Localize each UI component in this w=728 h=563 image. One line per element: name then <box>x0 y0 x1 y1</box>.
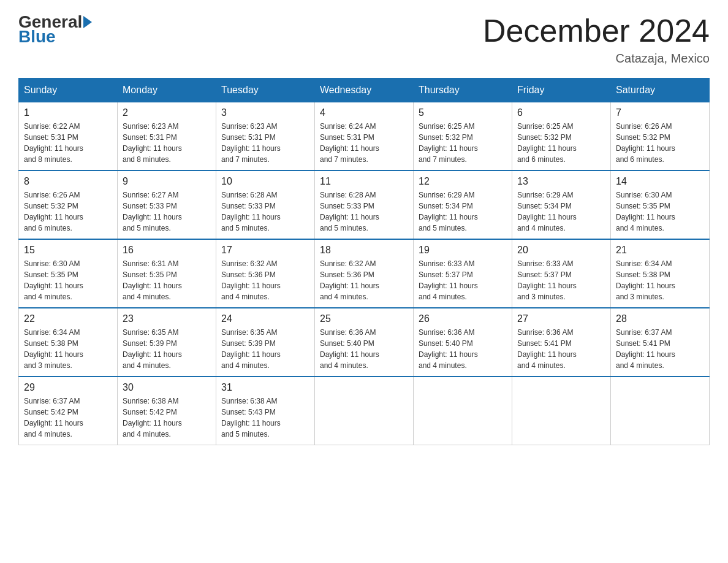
title-section: December 2024 Catazaja, Mexico <box>483 12 710 66</box>
day-info: Sunrise: 6:30 AMSunset: 5:35 PMDaylight:… <box>616 190 704 234</box>
day-info: Sunrise: 6:35 AMSunset: 5:39 PMDaylight:… <box>221 327 309 371</box>
day-info: Sunrise: 6:30 AMSunset: 5:35 PMDaylight:… <box>24 258 112 302</box>
day-number: 15 <box>24 245 112 256</box>
table-row: 22Sunrise: 6:34 AMSunset: 5:38 PMDayligh… <box>19 308 118 377</box>
day-info: Sunrise: 6:23 AMSunset: 5:31 PMDaylight:… <box>123 121 211 165</box>
day-number: 10 <box>221 176 309 187</box>
calendar-table: Sunday Monday Tuesday Wednesday Thursday… <box>18 78 710 445</box>
header-sunday: Sunday <box>19 79 118 102</box>
day-info: Sunrise: 6:32 AMSunset: 5:36 PMDaylight:… <box>221 258 309 302</box>
day-number: 27 <box>517 313 605 324</box>
table-row: 23Sunrise: 6:35 AMSunset: 5:39 PMDayligh… <box>118 308 216 377</box>
day-info: Sunrise: 6:34 AMSunset: 5:38 PMDaylight:… <box>24 327 112 371</box>
day-info: Sunrise: 6:32 AMSunset: 5:36 PMDaylight:… <box>320 258 408 302</box>
table-row: 13Sunrise: 6:29 AMSunset: 5:34 PMDayligh… <box>512 170 611 239</box>
logo-blue-text: Blue <box>18 27 56 47</box>
day-info: Sunrise: 6:35 AMSunset: 5:39 PMDaylight:… <box>123 327 211 371</box>
table-row: 21Sunrise: 6:34 AMSunset: 5:38 PMDayligh… <box>611 239 710 308</box>
day-info: Sunrise: 6:37 AMSunset: 5:41 PMDaylight:… <box>616 327 704 371</box>
day-info: Sunrise: 6:26 AMSunset: 5:32 PMDaylight:… <box>24 190 112 234</box>
day-info: Sunrise: 6:31 AMSunset: 5:35 PMDaylight:… <box>123 258 211 302</box>
day-info: Sunrise: 6:38 AMSunset: 5:43 PMDaylight:… <box>221 396 309 440</box>
table-row: 8Sunrise: 6:26 AMSunset: 5:32 PMDaylight… <box>19 170 118 239</box>
day-info: Sunrise: 6:34 AMSunset: 5:38 PMDaylight:… <box>616 258 704 302</box>
table-row: 10Sunrise: 6:28 AMSunset: 5:33 PMDayligh… <box>216 170 315 239</box>
day-number: 26 <box>419 313 507 324</box>
day-info: Sunrise: 6:37 AMSunset: 5:42 PMDaylight:… <box>24 396 112 440</box>
table-row <box>611 377 710 445</box>
logo-arrow-icon <box>83 16 92 28</box>
day-number: 2 <box>123 107 211 118</box>
day-number: 7 <box>616 107 704 118</box>
calendar-week-row: 22Sunrise: 6:34 AMSunset: 5:38 PMDayligh… <box>19 308 710 377</box>
day-info: Sunrise: 6:24 AMSunset: 5:31 PMDaylight:… <box>320 121 408 165</box>
day-number: 29 <box>24 382 112 393</box>
table-row: 2Sunrise: 6:23 AMSunset: 5:31 PMDaylight… <box>118 102 216 171</box>
day-number: 1 <box>24 107 112 118</box>
day-number: 21 <box>616 245 704 256</box>
table-row: 29Sunrise: 6:37 AMSunset: 5:42 PMDayligh… <box>19 377 118 445</box>
day-info: Sunrise: 6:29 AMSunset: 5:34 PMDaylight:… <box>419 190 507 234</box>
table-row: 16Sunrise: 6:31 AMSunset: 5:35 PMDayligh… <box>118 239 216 308</box>
calendar-week-row: 8Sunrise: 6:26 AMSunset: 5:32 PMDaylight… <box>19 170 710 239</box>
table-row <box>414 377 512 445</box>
table-row: 26Sunrise: 6:36 AMSunset: 5:40 PMDayligh… <box>414 308 512 377</box>
day-info: Sunrise: 6:22 AMSunset: 5:31 PMDaylight:… <box>24 121 112 165</box>
day-info: Sunrise: 6:36 AMSunset: 5:41 PMDaylight:… <box>517 327 605 371</box>
day-info: Sunrise: 6:36 AMSunset: 5:40 PMDaylight:… <box>320 327 408 371</box>
calendar-header-row: Sunday Monday Tuesday Wednesday Thursday… <box>19 79 710 102</box>
header-saturday: Saturday <box>611 79 710 102</box>
day-number: 9 <box>123 176 211 187</box>
day-number: 13 <box>517 176 605 187</box>
table-row <box>315 377 414 445</box>
day-number: 17 <box>221 245 309 256</box>
table-row: 11Sunrise: 6:28 AMSunset: 5:33 PMDayligh… <box>315 170 414 239</box>
table-row: 5Sunrise: 6:25 AMSunset: 5:32 PMDaylight… <box>414 102 512 171</box>
day-number: 31 <box>221 382 309 393</box>
day-info: Sunrise: 6:26 AMSunset: 5:32 PMDaylight:… <box>616 121 704 165</box>
day-info: Sunrise: 6:29 AMSunset: 5:34 PMDaylight:… <box>517 190 605 234</box>
day-number: 23 <box>123 313 211 324</box>
table-row <box>512 377 611 445</box>
table-row: 20Sunrise: 6:33 AMSunset: 5:37 PMDayligh… <box>512 239 611 308</box>
day-number: 25 <box>320 313 408 324</box>
calendar-week-row: 29Sunrise: 6:37 AMSunset: 5:42 PMDayligh… <box>19 377 710 445</box>
calendar-week-row: 15Sunrise: 6:30 AMSunset: 5:35 PMDayligh… <box>19 239 710 308</box>
day-number: 19 <box>419 245 507 256</box>
table-row: 19Sunrise: 6:33 AMSunset: 5:37 PMDayligh… <box>414 239 512 308</box>
day-info: Sunrise: 6:38 AMSunset: 5:42 PMDaylight:… <box>123 396 211 440</box>
day-number: 6 <box>517 107 605 118</box>
day-number: 30 <box>123 382 211 393</box>
day-number: 16 <box>123 245 211 256</box>
day-info: Sunrise: 6:25 AMSunset: 5:32 PMDaylight:… <box>517 121 605 165</box>
day-number: 20 <box>517 245 605 256</box>
logo: General Blue <box>18 12 93 47</box>
table-row: 3Sunrise: 6:23 AMSunset: 5:31 PMDaylight… <box>216 102 315 171</box>
table-row: 30Sunrise: 6:38 AMSunset: 5:42 PMDayligh… <box>118 377 216 445</box>
day-number: 28 <box>616 313 704 324</box>
day-number: 14 <box>616 176 704 187</box>
day-info: Sunrise: 6:36 AMSunset: 5:40 PMDaylight:… <box>419 327 507 371</box>
table-row: 9Sunrise: 6:27 AMSunset: 5:33 PMDaylight… <box>118 170 216 239</box>
page-header: General Blue December 2024 Catazaja, Mex… <box>18 12 710 66</box>
header-friday: Friday <box>512 79 611 102</box>
day-number: 11 <box>320 176 408 187</box>
day-info: Sunrise: 6:28 AMSunset: 5:33 PMDaylight:… <box>221 190 309 234</box>
table-row: 1Sunrise: 6:22 AMSunset: 5:31 PMDaylight… <box>19 102 118 171</box>
day-info: Sunrise: 6:33 AMSunset: 5:37 PMDaylight:… <box>517 258 605 302</box>
day-number: 4 <box>320 107 408 118</box>
table-row: 28Sunrise: 6:37 AMSunset: 5:41 PMDayligh… <box>611 308 710 377</box>
header-monday: Monday <box>118 79 216 102</box>
day-number: 5 <box>419 107 507 118</box>
table-row: 24Sunrise: 6:35 AMSunset: 5:39 PMDayligh… <box>216 308 315 377</box>
table-row: 14Sunrise: 6:30 AMSunset: 5:35 PMDayligh… <box>611 170 710 239</box>
calendar-week-row: 1Sunrise: 6:22 AMSunset: 5:31 PMDaylight… <box>19 102 710 171</box>
location-title: Catazaja, Mexico <box>483 52 710 66</box>
header-thursday: Thursday <box>414 79 512 102</box>
day-info: Sunrise: 6:27 AMSunset: 5:33 PMDaylight:… <box>123 190 211 234</box>
table-row: 31Sunrise: 6:38 AMSunset: 5:43 PMDayligh… <box>216 377 315 445</box>
day-number: 3 <box>221 107 309 118</box>
table-row: 17Sunrise: 6:32 AMSunset: 5:36 PMDayligh… <box>216 239 315 308</box>
day-info: Sunrise: 6:25 AMSunset: 5:32 PMDaylight:… <box>419 121 507 165</box>
table-row: 15Sunrise: 6:30 AMSunset: 5:35 PMDayligh… <box>19 239 118 308</box>
